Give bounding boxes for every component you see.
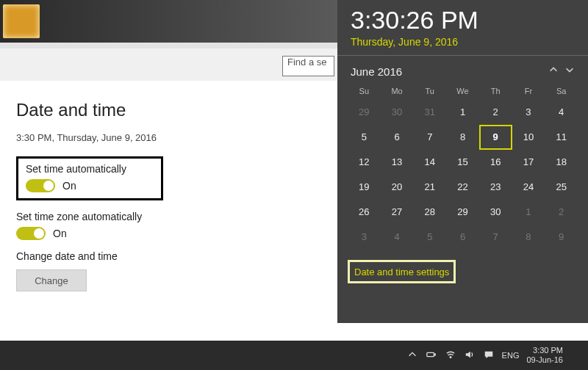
taskbar: ENG 3:30 PM 09-Jun-16 [0,341,588,370]
calendar-day[interactable]: 5 [348,125,381,150]
calendar-week-row: 3456789 [348,225,578,250]
calendar-week-row: 2930311234 [348,100,578,125]
calendar-day[interactable]: 30 [479,200,512,225]
calendar-day[interactable]: 9 [545,225,578,250]
calendar-dow-cell: Tu [413,87,446,100]
calendar-day[interactable]: 26 [348,200,381,225]
taskbar-clock[interactable]: 3:30 PM 09-Jun-16 [526,346,564,365]
taskbar-clock-time: 3:30 PM [526,346,563,355]
calendar-day[interactable]: 1 [446,100,479,125]
battery-icon [426,349,437,361]
set-timezone-automatically-state: On [53,228,67,239]
taskbar-clock-date: 09-Jun-16 [526,355,563,365]
page-title: Date and time [16,100,321,120]
flyout-clock-date: Thursday, June 9, 2016 [337,35,588,55]
calendar-day[interactable]: 7 [413,125,446,150]
calendar-day[interactable]: 4 [545,100,578,125]
calendar-day[interactable]: 11 [545,125,578,150]
chevron-down-icon [564,65,575,78]
calendar-next-month-button[interactable] [562,63,578,79]
calendar-dow-cell: Sa [545,87,578,100]
flyout-divider [337,55,588,56]
calendar-day[interactable]: 13 [381,150,414,175]
calendar-dow-row: SuMoTuWeThFrSa [348,87,578,100]
calendar-day[interactable]: 29 [348,100,381,125]
set-timezone-automatically-label: Set time zone automatically [16,211,321,222]
settings-body: Date and time 3:30 PM, Thursday, June 9,… [0,81,337,311]
calendar-week-row: 12131415161718 [348,150,578,175]
calendar-day[interactable]: 14 [413,150,446,175]
calendar-weeks: 2930311234567891011121314151617181920212… [348,100,578,250]
calendar-week-row: 567891011 [348,125,578,150]
tray-overflow-button[interactable] [406,349,418,361]
calendar-day[interactable]: 17 [512,150,545,175]
settings-search-input[interactable]: Find a se [282,56,334,76]
calendar-day[interactable]: 31 [413,100,446,125]
change-date-time-label: Change date and time [16,250,321,262]
set-time-automatically-toggle[interactable] [26,179,55,192]
calendar-day[interactable]: 3 [512,100,545,125]
calendar-day[interactable]: 20 [381,175,414,200]
svg-rect-0 [426,352,434,356]
calendar-dow-cell: Fr [512,87,545,100]
change-button[interactable]: Change [16,269,87,291]
date-time-settings-link[interactable]: Date and time settings [354,266,449,278]
calendar-prev-month-button[interactable] [545,63,562,79]
calendar-day[interactable]: 28 [413,200,446,225]
calendar-day[interactable]: 24 [512,175,545,200]
volume-icon[interactable] [464,349,476,361]
calendar-day[interactable]: 25 [545,175,578,200]
calendar-day[interactable]: 2 [545,200,578,225]
calendar-dow-cell: Su [348,87,381,100]
calendar-day[interactable]: 15 [446,150,479,175]
set-time-automatically-group: Set time automatically On [16,156,163,200]
set-timezone-automatically-group: Set time zone automatically On [16,211,321,240]
current-datetime-text: 3:30 PM, Thursday, June 9, 2016 [16,132,321,143]
calendar-day[interactable]: 21 [413,175,446,200]
calendar-day[interactable]: 22 [446,175,479,200]
calendar-dow-cell: We [446,87,479,100]
calendar-day[interactable]: 8 [446,125,479,150]
calendar-day[interactable]: 12 [348,150,381,175]
calendar-month-label[interactable]: June 2016 [351,65,545,78]
calendar-day[interactable]: 23 [479,175,512,200]
wifi-icon[interactable] [445,349,456,361]
language-indicator[interactable]: ENG [502,351,520,360]
calendar-week-row: 19202122232425 [348,175,578,200]
calendar-day[interactable]: 6 [446,225,479,250]
calendar-day[interactable]: 3 [348,225,381,250]
calendar-day[interactable]: 6 [381,125,414,150]
calendar-day[interactable]: 2 [479,100,512,125]
calendar-dow-cell: Th [479,87,512,100]
calendar-day[interactable]: 27 [381,200,414,225]
calendar-day[interactable]: 7 [479,225,512,250]
svg-marker-3 [465,352,470,358]
set-timezone-automatically-toggle[interactable] [16,227,46,240]
calendar-day[interactable]: 18 [545,150,578,175]
calendar-week-row: 262728293012 [348,200,578,225]
calendar-day[interactable]: 30 [381,100,414,125]
flyout-clock-time: 3:30:26 PM [337,0,588,35]
hero-image-fragment [3,4,40,38]
calendar-day[interactable]: 8 [512,225,545,250]
settings-hero-image [0,0,337,43]
wifi-icon [445,349,456,361]
set-time-automatically-state: On [62,180,76,192]
action-center-icon[interactable] [483,349,495,361]
calendar-day[interactable]: 19 [348,175,381,200]
calendar-flyout: 3:30:26 PM Thursday, June 9, 2016 June 2… [337,0,588,323]
system-tray: ENG 3:30 PM 09-Jun-16 [406,342,584,369]
calendar-day[interactable]: 10 [512,125,545,150]
battery-icon[interactable] [426,349,437,361]
calendar-day[interactable]: 4 [381,225,414,250]
calendar-day[interactable]: 29 [446,200,479,225]
svg-point-2 [450,357,451,358]
settings-header: Find a se [0,0,337,81]
chevron-up-icon [407,349,417,361]
notification-center-icon[interactable] [572,349,584,361]
calendar-day[interactable]: 1 [512,200,545,225]
speaker-icon [465,349,475,361]
calendar-day-today[interactable]: 9 [479,125,512,150]
calendar-day[interactable]: 16 [479,150,512,175]
calendar-day[interactable]: 5 [413,225,446,250]
